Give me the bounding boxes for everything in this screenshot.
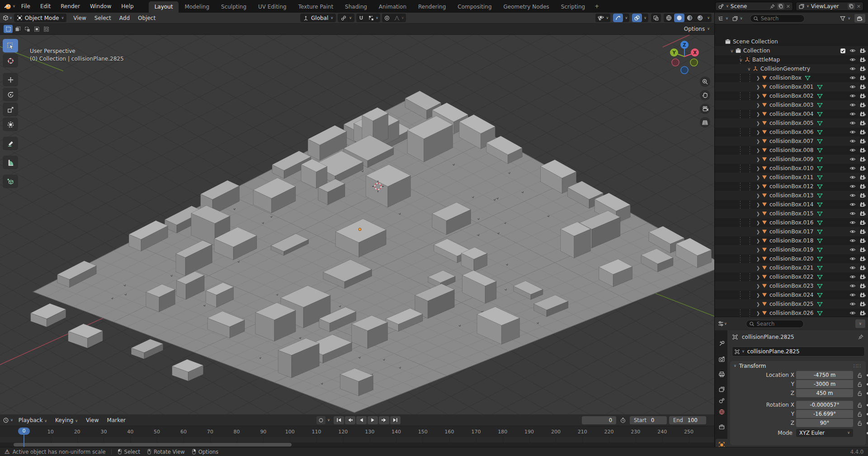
select-mode-intersect-button[interactable] — [42, 25, 51, 33]
expand-arrow-icon[interactable]: ❯ — [755, 256, 761, 261]
editor-type-properties-icon[interactable] — [717, 320, 724, 327]
camera-icon[interactable] — [859, 93, 866, 99]
pin-icon[interactable] — [858, 334, 864, 340]
editor-type-timeline-icon[interactable] — [3, 417, 9, 423]
workspace-tab-compositing[interactable]: Compositing — [452, 1, 497, 13]
viewport-menu-object[interactable]: Object — [134, 15, 160, 21]
outliner-item-label[interactable]: collisionBox.026 — [769, 310, 814, 316]
tool-measure[interactable] — [3, 156, 18, 169]
eye-icon[interactable] — [849, 75, 856, 81]
camera-icon[interactable] — [859, 75, 866, 81]
outliner-row[interactable]: ❯ collisionBox.018 — [715, 236, 868, 245]
breadcrumb[interactable]: collisionPlane.2825 — [742, 334, 794, 340]
outliner-row[interactable]: ❯ collisionBox.022 — [715, 272, 868, 281]
jump-to-start-button[interactable] — [334, 416, 344, 424]
3d-scene-canvas[interactable] — [0, 35, 714, 414]
outliner-row[interactable]: ❯ collisionBox.005 — [715, 119, 868, 128]
eye-icon[interactable] — [849, 174, 856, 180]
xray-toggle[interactable] — [651, 14, 661, 22]
viewport-menu-add[interactable]: Add — [115, 15, 134, 21]
expand-arrow-icon[interactable]: ∨ — [738, 57, 744, 62]
workspace-tab-geometry-nodes[interactable]: Geometry Nodes — [498, 1, 555, 13]
menu-file[interactable]: File — [16, 0, 35, 13]
object-name-field[interactable]: ∨ collisionPlane.2825 — [732, 347, 865, 356]
viewlayer-name[interactable]: ViewLayer — [811, 3, 846, 10]
transform-value-slider[interactable]: 90° — [796, 419, 853, 427]
eye-icon[interactable] — [849, 120, 856, 126]
gizmos-dropdown[interactable]: ∨ — [623, 14, 629, 22]
camera-icon[interactable] — [859, 274, 866, 280]
outliner-row[interactable]: ❯ collisionBox.012 — [715, 182, 868, 191]
camera-icon[interactable] — [859, 48, 866, 54]
properties-tab-world[interactable] — [716, 406, 727, 418]
timeline-menu-view[interactable]: View — [82, 417, 103, 423]
tool-scale[interactable] — [3, 103, 18, 116]
eye-icon[interactable] — [849, 66, 856, 72]
play-button[interactable] — [368, 416, 378, 424]
scene-selector[interactable]: ∨ Scene ✕ — [715, 2, 793, 11]
eye-icon[interactable] — [849, 228, 856, 235]
eye-icon[interactable] — [849, 192, 856, 199]
navigation-gizmo[interactable]: Z Y X — [667, 38, 702, 76]
properties-tab-collection[interactable] — [716, 421, 727, 432]
expand-arrow-icon[interactable]: ❯ — [755, 302, 761, 307]
eye-icon[interactable] — [849, 147, 856, 153]
viewlayer-icon[interactable] — [798, 3, 805, 10]
tool-cursor[interactable] — [3, 54, 18, 67]
outliner-item-label[interactable]: collisionBox.010 — [769, 165, 814, 171]
tool-transform[interactable] — [3, 118, 18, 131]
outliner-item-label[interactable]: collisionBox.020 — [769, 256, 814, 262]
eye-icon[interactable] — [849, 183, 856, 190]
proportional-falloff-dropdown[interactable]: ∨ — [392, 14, 406, 22]
overlays-toggle[interactable] — [632, 14, 642, 22]
outliner-item-label[interactable]: collisionBox.012 — [769, 183, 814, 190]
expand-arrow-icon[interactable]: ❯ — [755, 220, 761, 225]
eye-icon[interactable] — [849, 274, 856, 280]
properties-tab-tool[interactable] — [716, 337, 727, 349]
expand-arrow-icon[interactable]: ❯ — [755, 229, 761, 234]
expand-arrow-icon[interactable]: ❯ — [755, 211, 761, 216]
eye-icon[interactable] — [849, 93, 856, 99]
outliner-item-label[interactable]: collisionBox.013 — [769, 192, 814, 199]
select-mode-subtract-button[interactable] — [23, 25, 32, 33]
pin-icon[interactable] — [769, 4, 775, 10]
outliner-item-label[interactable]: collisionBox.023 — [769, 283, 814, 289]
camera-icon[interactable] — [859, 310, 866, 316]
transform-value-slider[interactable]: -3000 m — [796, 380, 853, 388]
viewport-menu-view[interactable]: View — [69, 15, 90, 21]
preview-range-stopwatch-icon[interactable] — [620, 417, 626, 423]
timeline-scrollbar[interactable] — [0, 442, 714, 447]
editor-type-outliner-icon[interactable] — [717, 15, 724, 22]
eye-icon[interactable] — [849, 129, 856, 135]
eye-icon[interactable] — [849, 310, 856, 316]
menu-window[interactable]: Window — [85, 0, 116, 13]
expand-arrow-icon[interactable]: ∨ — [729, 48, 735, 53]
eye-icon[interactable] — [849, 165, 856, 171]
panel-title[interactable]: Transform — [739, 363, 766, 369]
properties-tab-view-layer[interactable] — [716, 383, 727, 395]
tool-rotate[interactable] — [3, 88, 18, 101]
expand-arrow-icon[interactable]: ❯ — [755, 247, 761, 252]
workspace-tab-scripting[interactable]: Scripting — [555, 1, 591, 13]
outliner-item-label[interactable]: collisionBox.005 — [769, 120, 814, 126]
select-mode-new-button[interactable] — [4, 25, 13, 33]
expand-arrow-icon[interactable]: ❯ — [755, 148, 761, 153]
outliner-item-label[interactable]: collisionBox — [769, 75, 802, 81]
mode-selector[interactable]: Object Mode∨ — [14, 14, 66, 22]
timeline-ruler[interactable]: 0102030405060708090100110120130140150160… — [0, 426, 714, 437]
camera-icon[interactable] — [859, 228, 866, 235]
tool-annotate[interactable] — [3, 137, 18, 150]
outliner-row[interactable]: ❯ collisionBox.009 — [715, 155, 868, 164]
editor-type-3d-viewport-icon[interactable] — [2, 14, 9, 21]
outliner-item-label[interactable]: collisionBox.016 — [769, 219, 814, 226]
expand-arrow-icon[interactable]: ❯ — [755, 284, 761, 289]
outliner-row[interactable]: ❯ collisionBox.020 — [715, 254, 868, 263]
outliner-row[interactable]: ❯ collisionBox.001 — [715, 82, 868, 91]
camera-icon[interactable] — [859, 247, 866, 253]
pan-hand-icon[interactable] — [700, 90, 710, 100]
auto-keying-toggle[interactable] — [316, 416, 326, 424]
add-workspace-button[interactable]: + — [591, 1, 603, 11]
outliner-row[interactable]: ∨ BattleMap — [715, 55, 868, 64]
outliner-item-label[interactable]: collisionBox.007 — [769, 138, 814, 144]
outliner-row[interactable]: ❯ collisionBox.002 — [715, 91, 868, 100]
